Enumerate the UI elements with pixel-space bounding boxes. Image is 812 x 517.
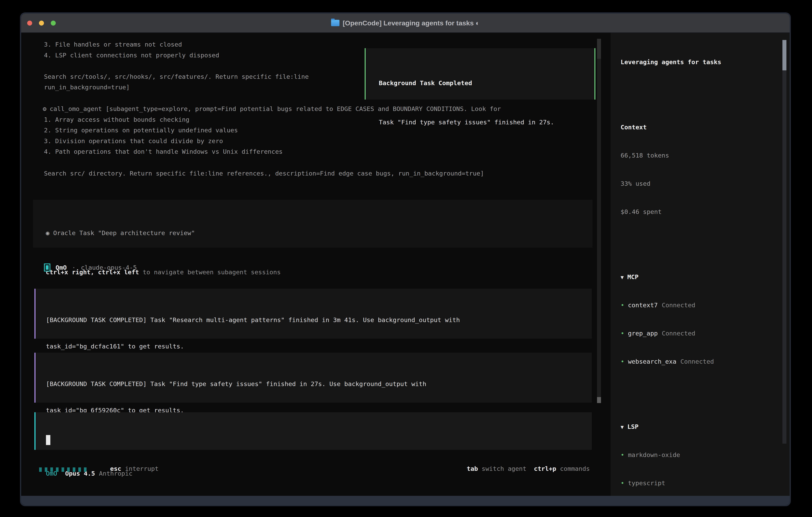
mcp-item: •context7Connected [620, 301, 790, 311]
scrollback-line: run_in_background=true] [44, 83, 130, 91]
lsp-item: •typescript [620, 479, 790, 489]
background-task-message: [BACKGROUND TASK COMPLETED] Task "Resear… [34, 289, 592, 339]
scrollback-line: Search src/tools/, src/hooks/, src/featu… [44, 72, 309, 81]
folder-icon [331, 20, 340, 26]
main-scrollbar-thumb-top[interactable] [597, 39, 601, 59]
background-task-toast: Background Task Completed Task "Find typ… [365, 48, 596, 100]
context-spent: $0.46 spent [620, 207, 790, 218]
tool-call-line: ⚙call_omo_agent [subagent_type=explore, … [43, 104, 501, 113]
interrupt-hint: esc interrupt [110, 464, 158, 473]
toast-title: Background Task Completed [379, 79, 594, 87]
bug-list-item: 3. Division operations that could divide… [44, 137, 223, 145]
window-titlebar: [OpenCode] Leveraging agents for tasks ◐ [21, 13, 790, 33]
text-cursor [46, 435, 50, 445]
lsp-item: •markdown-oxide [620, 451, 790, 461]
bug-list-item: 4. Path operations that don't handle Win… [44, 147, 283, 156]
context-heading: Context [620, 123, 790, 133]
main-scrollbar[interactable] [597, 39, 601, 403]
session-title: Leveraging agents for tasks [620, 58, 790, 68]
triangle-down-icon: ▼ [620, 424, 624, 430]
context-used: 33% used [620, 179, 790, 190]
background-task-message: [BACKGROUND TASK COMPLETED] Task "Find t… [34, 353, 592, 403]
bug-list-item: 1. Array access without bounds checking [44, 115, 190, 124]
tool-call-text: call_omo_agent [subagent_type=explore, p… [50, 105, 501, 112]
terminal-window: [OpenCode] Leveraging agents for tasks ◐… [20, 12, 791, 506]
agent-header: OmO · claude-opus-4-5 [44, 263, 137, 272]
mcp-section-heading[interactable]: ▼MCP [620, 272, 790, 283]
gear-icon: ⚙ [43, 105, 47, 112]
separator-dot: · [72, 263, 76, 272]
prompt-input[interactable]: OmO Opus 4.5 Anthropic [34, 412, 592, 450]
terminal-main-area: 3. File handles or streams not closed 4.… [21, 33, 611, 496]
agent-name: OmO [56, 263, 67, 272]
fullscreen-button[interactable] [51, 21, 56, 26]
bullet-icon: • [620, 358, 625, 365]
context-tokens: 66,518 tokens [620, 151, 790, 162]
lsp-section-heading[interactable]: ▼LSP [620, 422, 790, 433]
close-button[interactable] [27, 21, 32, 26]
triangle-down-icon: ▼ [620, 274, 624, 280]
mcp-item: •websearch_exaConnected [620, 357, 790, 368]
window-title: [OpenCode] Leveraging agents for tasks ◐ [343, 19, 480, 27]
oracle-task-title: ◉ Oracle Task "Deep architecture review" [46, 228, 592, 237]
session-sidebar: Leveraging agents for tasks Context 66,5… [611, 33, 790, 496]
terminal-statusbar: esc interrupt tab switch agent ctrl+p co… [21, 464, 611, 475]
bullet-icon: • [620, 480, 625, 487]
activity-spinner-dots [39, 467, 87, 472]
traffic-lights [27, 13, 56, 32]
main-scrollbar-thumb[interactable] [597, 397, 601, 403]
scrollback-line: Search src/ directory. Return specific f… [44, 169, 484, 178]
bullet-icon: • [620, 301, 625, 309]
oracle-task-panel: ◉ Oracle Task "Deep architecture review"… [33, 200, 592, 248]
agent-model: claude-opus-4-5 [81, 263, 137, 272]
mcp-item: •grep_appConnected [620, 329, 790, 339]
minimize-button[interactable] [39, 21, 44, 26]
agent-active-icon [44, 264, 50, 272]
task-message-line: [BACKGROUND TASK COMPLETED] Task "Find t… [46, 379, 592, 388]
task-message-line: [BACKGROUND TASK COMPLETED] Task "Resear… [46, 316, 592, 324]
sidebar-scrollbar-thumb[interactable] [782, 40, 786, 71]
bullet-icon: • [620, 330, 625, 337]
scrollback-line: 3. File handles or streams not closed [44, 40, 182, 49]
record-icon: ◉ [46, 229, 50, 237]
window-title-group: [OpenCode] Leveraging agents for tasks ◐ [331, 19, 480, 27]
sidebar-scrollbar[interactable] [782, 40, 786, 444]
keyboard-hints: tab switch agent ctrl+p commands [467, 464, 590, 473]
bullet-icon: • [620, 451, 625, 458]
task-message-line: task_id="bg_dcfac161" to get results. [46, 342, 592, 351]
bug-list-item: 2. String operations on potentially unde… [44, 126, 238, 135]
toast-body: Task "Find type safety issues" finished … [379, 118, 594, 127]
scrollback-line: 4. LSP client connections not properly d… [44, 51, 219, 60]
